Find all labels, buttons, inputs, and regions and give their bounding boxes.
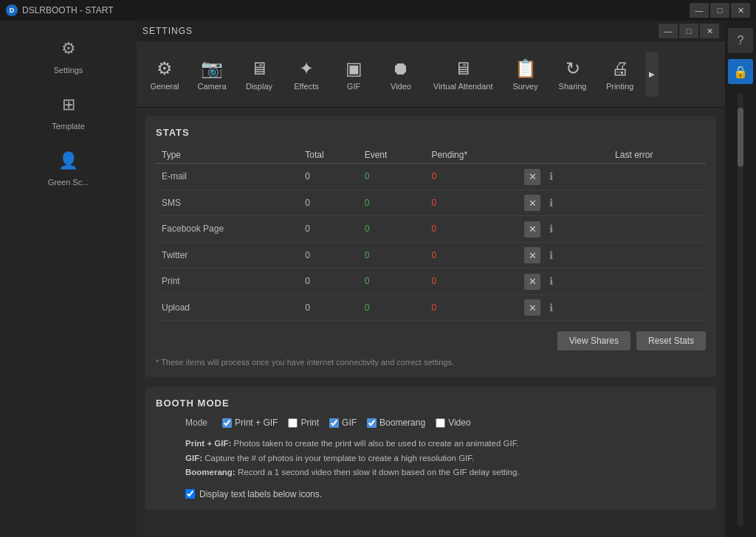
row-type: E-mail [156,164,299,190]
print-label: Print [300,418,319,428]
row-controls: ✕ ℹ [518,190,609,216]
row-info-button[interactable]: ℹ [543,168,559,184]
minimize-button[interactable]: — [690,3,709,18]
row-total: 0 [299,216,358,243]
toolbar-printing[interactable]: 🖨 Printing [598,54,642,95]
row-info-button[interactable]: ℹ [543,195,559,211]
scroll-thumb [738,108,743,167]
row-controls: ✕ ℹ [518,294,609,321]
camera-toolbar-icon: 📷 [201,58,223,79]
toolbar-gif[interactable]: ▣ GIF [331,54,376,95]
row-total: 0 [299,294,358,321]
display-labels-text: Display text labels below icons. [199,489,322,499]
template-icon: ⊞ [54,90,83,119]
stats-section: STATS Type Total Event Pending* Last err… [145,117,716,377]
mode-print[interactable]: Print [288,418,319,428]
close-button[interactable]: ✕ [731,3,750,18]
table-row: E-mail 0 0 0 ✕ ℹ [156,164,706,190]
row-info-button[interactable]: ℹ [543,299,559,316]
row-clear-button[interactable]: ✕ [524,195,540,211]
sidebar-item-settings[interactable]: ⚙ Settings [0,28,137,80]
row-controls: ✕ ℹ [518,242,609,268]
display-labels-checkbox[interactable] [185,489,195,499]
desc-print-gif: Print + GIF: Photos taken to create the … [185,437,706,451]
toolbar: ⚙ General 📷 Camera 🖥 Display ✦ Effects ▣… [137,41,725,108]
row-total: 0 [299,242,358,268]
toolbar-scroll-right[interactable]: ▶ [645,52,659,97]
video-toolbar-icon: ⏺ [392,58,410,79]
video-label: Video [448,418,470,428]
row-clear-button[interactable]: ✕ [524,221,540,238]
table-row: Facebook Page 0 0 0 ✕ ℹ [156,216,706,243]
row-total: 0 [299,268,358,295]
mode-gif[interactable]: GIF [329,418,357,428]
settings-close-btn[interactable]: ✕ [700,24,719,38]
reset-stats-button[interactable]: Reset Stats [636,331,706,350]
row-event: 0 [359,190,426,216]
display-labels-row: Display text labels below icons. [156,489,706,499]
settings-maximize-btn[interactable]: □ [679,24,698,38]
row-info-button[interactable]: ℹ [543,247,559,263]
toolbar-virtual-attendant[interactable]: 🖥 Virtual Attendant [426,54,501,95]
toolbar-general[interactable]: ⚙ General [142,54,187,95]
maximize-button[interactable]: □ [710,3,729,18]
printing-toolbar-icon: 🖨 [611,58,629,79]
row-type: Facebook Page [156,216,299,243]
settings-title: SETTINGS [142,26,193,36]
row-controls: ✕ ℹ [518,164,609,190]
gif-checkbox[interactable] [329,418,339,428]
mode-print-gif[interactable]: Print + GIF [222,418,278,428]
view-shares-button[interactable]: View Shares [557,331,630,350]
general-toolbar-label: General [150,82,179,91]
col-event: Event [359,147,426,164]
green-screen-icon: 👤 [54,146,83,176]
row-controls: ✕ ℹ [518,268,609,295]
toolbar-sharing[interactable]: ↻ Sharing [551,54,595,95]
row-last-error [609,190,706,216]
row-type: Upload [156,294,299,321]
boomerang-checkbox[interactable] [367,418,377,428]
right-extras: ? 🔒 [725,21,756,537]
toolbar-display[interactable]: 🖥 Display [237,54,281,95]
toolbar-effects[interactable]: ✦ Effects [284,54,329,95]
row-clear-button[interactable]: ✕ [524,169,540,185]
print-checkbox[interactable] [288,418,298,428]
settings-panel: SETTINGS — □ ✕ ⚙ General 📷 Camera 🖥 Disp… [137,21,725,537]
table-row: SMS 0 0 0 ✕ ℹ [156,190,706,216]
row-clear-button[interactable]: ✕ [524,299,540,316]
row-clear-button[interactable]: ✕ [524,274,540,290]
row-clear-button[interactable]: ✕ [524,247,540,263]
desc-gif: GIF: Capture the # of photos in your tem… [185,451,706,466]
camera-toolbar-label: Camera [197,82,226,91]
toolbar-video[interactable]: ⏺ Video [379,54,423,95]
gif-toolbar-icon: ▣ [346,58,362,79]
col-total: Total [299,147,358,164]
print-gif-checkbox[interactable] [222,418,232,428]
row-controls: ✕ ℹ [518,216,609,243]
help-button[interactable]: ? [728,28,753,53]
stats-footnote: * These items will process once you have… [156,358,706,367]
col-pending: Pending* [425,147,518,164]
sidebar-template-label: Template [52,122,85,131]
stats-title: STATS [156,127,706,138]
toolbar-survey[interactable]: 📋 Survey [504,54,548,95]
lock-button[interactable]: 🔒 [728,59,753,84]
video-checkbox[interactable] [436,418,445,428]
mode-video[interactable]: Video [436,418,470,428]
sidebar-item-template[interactable]: ⊞ Template [0,84,137,136]
row-info-button[interactable]: ℹ [543,221,559,237]
settings-controls: — □ ✕ [659,24,719,38]
general-toolbar-icon: ⚙ [157,58,173,79]
settings-minimize-btn[interactable]: — [659,24,678,38]
sidebar-item-green-screen[interactable]: 👤 Green Sc... [0,140,137,193]
row-pending: 0 [425,294,518,321]
stats-actions: View Shares Reset Stats [156,331,706,350]
row-info-button[interactable]: ℹ [543,273,559,289]
booth-mode-title: BOOTH MODE [156,398,706,409]
title-bar-left: D DSLRBOOTH - START [6,4,114,16]
display-toolbar-icon: 🖥 [250,58,268,79]
toolbar-camera[interactable]: 📷 Camera [190,54,234,95]
mode-label: Mode [185,418,207,428]
mode-boomerang[interactable]: Boomerang [367,418,425,428]
survey-toolbar-label: Survey [512,82,537,91]
